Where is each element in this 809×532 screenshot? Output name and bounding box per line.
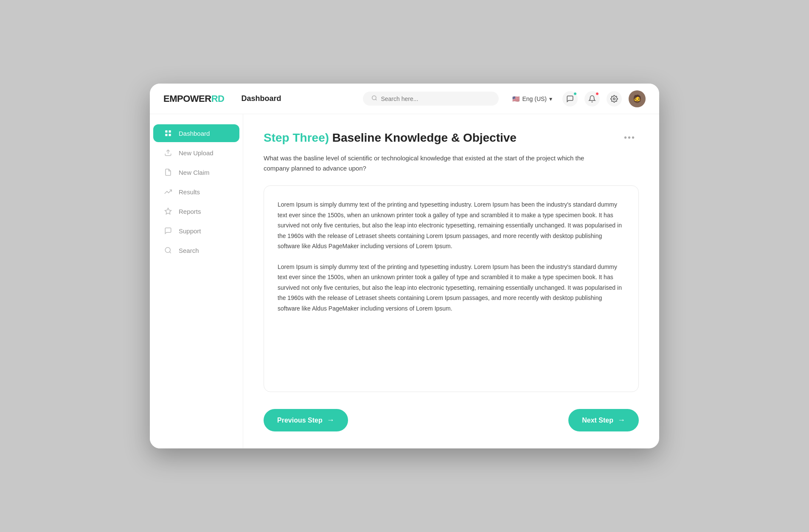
logo: EMPOWER RD (163, 93, 224, 104)
header-actions: 🇺🇸 Eng (US) ▾ (509, 90, 646, 107)
sidebar-item-support[interactable]: Support (153, 222, 239, 240)
sidebar-reports-label: Reports (179, 208, 201, 215)
app-window: EMPOWER RD Dashboard 🇺🇸 Eng (US) ▾ (150, 84, 659, 448)
grid-icon (163, 129, 173, 137)
step-title-text: Baseline Knowledge & Objective (329, 131, 517, 144)
step-title: Step Three) Baseline Knowledge & Objecti… (264, 131, 517, 145)
more-options-button[interactable]: ••• (621, 131, 639, 144)
svg-rect-3 (165, 130, 167, 132)
sidebar: Dashboard New Upload New (150, 114, 243, 448)
svg-rect-6 (169, 134, 171, 136)
text-card: Lorem Ipsum is simply dummy text of the … (264, 185, 639, 392)
sidebar-item-search[interactable]: Search (153, 241, 239, 259)
lorem-paragraph-1: Lorem Ipsum is simply dummy text of the … (278, 199, 625, 252)
previous-step-label: Previous Step (277, 417, 323, 424)
flag-icon: 🇺🇸 (512, 95, 520, 102)
notification-button[interactable] (584, 91, 600, 106)
search-icon (371, 95, 377, 102)
upload-icon (163, 149, 173, 157)
star-icon (163, 207, 173, 215)
svg-line-1 (376, 99, 377, 101)
sidebar-item-dashboard[interactable]: Dashboard (153, 124, 239, 142)
sidebar-dashboard-label: Dashboard (179, 130, 210, 137)
sidebar-results-label: Results (179, 188, 200, 196)
sidebar-item-reports[interactable]: Reports (153, 202, 239, 220)
svg-line-10 (169, 252, 171, 253)
avatar[interactable]: 🧔 (629, 90, 646, 107)
next-step-label: Next Step (582, 417, 613, 424)
step-header: Step Three) Baseline Knowledge & Objecti… (264, 131, 639, 145)
svg-marker-8 (165, 208, 171, 214)
sidebar-item-results[interactable]: Results (153, 183, 239, 201)
search-input[interactable] (381, 95, 490, 102)
next-step-button[interactable]: Next Step → (568, 409, 639, 431)
main-layout: Dashboard New Upload New (150, 114, 659, 448)
sidebar-item-new-claim[interactable]: New Claim (153, 163, 239, 181)
previous-arrow-icon: → (327, 416, 334, 425)
language-selector[interactable]: 🇺🇸 Eng (US) ▾ (509, 94, 556, 104)
language-label: Eng (US) (522, 95, 547, 102)
main-content: Step Three) Baseline Knowledge & Objecti… (243, 114, 659, 448)
step-label: Step Three) (264, 131, 329, 144)
settings-button[interactable] (607, 91, 622, 106)
logo-empower: EMPOWER (163, 93, 211, 104)
search-bar[interactable] (363, 92, 499, 106)
chat-badge (573, 92, 577, 95)
lorem-paragraph-2: Lorem Ipsum is simply dummy text of the … (278, 262, 625, 314)
sidebar-new-upload-label: New Upload (179, 149, 213, 157)
sidebar-search-label: Search (179, 247, 199, 254)
previous-step-button[interactable]: Previous Step → (264, 409, 348, 431)
search-nav-icon (163, 246, 173, 254)
step-question: What was the basline level of scientific… (264, 153, 595, 174)
sidebar-support-label: Support (179, 227, 201, 235)
svg-rect-5 (165, 134, 167, 136)
svg-point-0 (372, 96, 376, 100)
logo-rd: RD (211, 93, 225, 104)
sidebar-new-claim-label: New Claim (179, 169, 210, 176)
chart-icon (163, 188, 173, 196)
next-arrow-icon: → (618, 416, 625, 425)
footer-actions: Previous Step → Next Step → (264, 409, 639, 431)
svg-point-9 (165, 247, 170, 252)
svg-rect-4 (169, 130, 171, 132)
file-icon (163, 168, 173, 176)
svg-point-2 (613, 98, 615, 100)
chat-icon (163, 227, 173, 235)
notification-badge (596, 92, 599, 95)
sidebar-item-new-upload[interactable]: New Upload (153, 144, 239, 162)
chevron-down-icon: ▾ (549, 95, 552, 102)
chat-button[interactable] (562, 91, 578, 106)
page-title: Dashboard (241, 94, 281, 103)
header: EMPOWER RD Dashboard 🇺🇸 Eng (US) ▾ (150, 84, 659, 114)
